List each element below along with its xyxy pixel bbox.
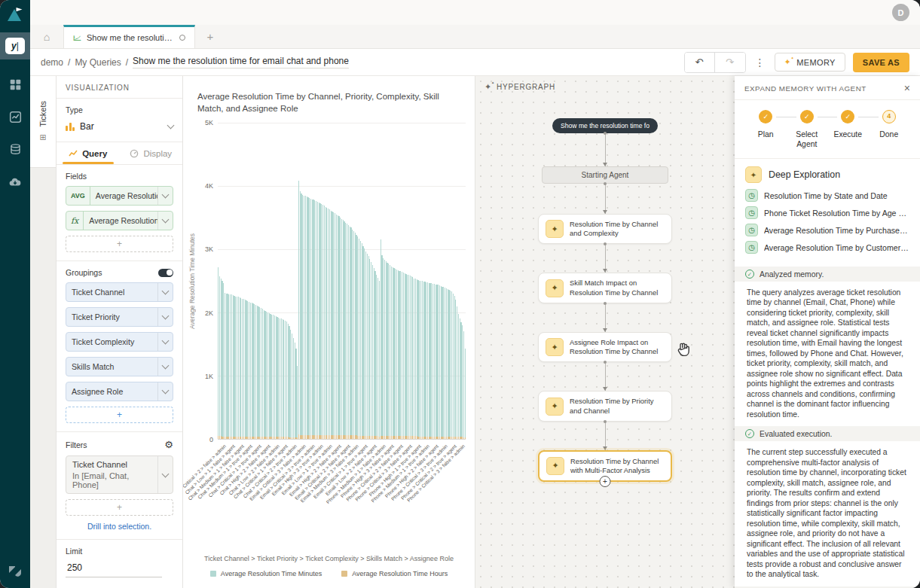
more-options-button[interactable]: ⋮ [753,56,767,69]
field-label: Average Resolution Tim... [84,212,157,230]
deep-exploration-sparkle-icon: ✦ [745,166,762,183]
database-icon[interactable] [8,142,23,157]
grouping-chip[interactable]: Ticket Complexity [66,332,173,352]
grouping-chip[interactable]: Ticket Priority [66,307,173,327]
tab-strip: ⌂ 📈︎ Show me the resolution ti... + [30,25,920,49]
y-tick-label: 1K [205,373,213,380]
tab-display[interactable]: Display [120,142,183,164]
node-sparkle-icon: ✦ [546,279,564,297]
status-analyzed-memory: ✓ Analyzed memory. [735,267,920,282]
hypergraph-node[interactable]: ✦Resolution Time by Priority and Channel [538,391,672,421]
legend-item-minutes[interactable]: Average Resolution Time Minutes [210,570,322,577]
step-check-icon: ✓ [800,110,814,123]
window-titlebar: D [30,0,920,25]
add-grouping-button[interactable]: + [66,407,173,423]
chevron-down-icon[interactable] [157,333,173,351]
add-filter-button[interactable]: + [66,499,173,516]
hypergraph-node[interactable]: ✦Resolution Time by Channel and Complexi… [538,214,672,244]
memory-button[interactable]: ✦ MEMORY [775,53,845,72]
home-tab-button[interactable]: ⌂ [30,25,63,48]
limit-section: Limit 250 [57,540,182,586]
save-as-button[interactable]: SAVE AS [853,53,909,72]
exploration-clock-icon: ◷ [745,189,758,202]
unsaved-indicator-icon[interactable] [179,35,185,41]
chevron-down-icon[interactable] [157,212,173,230]
sidebar-item-queries[interactable]: y| [0,32,30,59]
redo-button[interactable]: ↷ [715,53,745,72]
grouping-label: Assignee Role [66,382,157,401]
node-label: Resolution Time by Channel with Multi-Fa… [570,457,664,475]
queries-icon: y| [5,38,25,54]
chevron-down-icon[interactable] [157,308,173,326]
flow-connector [605,422,606,450]
filter-settings-icon[interactable]: ⚙ [164,439,173,450]
deep-exploration-row[interactable]: ✦ Deep Exploration [735,159,920,189]
add-field-button[interactable]: + [66,236,173,252]
field-chip[interactable]: AVGAverage Resolution Tim... [66,186,173,206]
chevron-down-icon[interactable] [157,283,173,301]
metrics-chart-icon[interactable] [8,110,23,124]
agent-flow: Show me the resolution time foStarting A… [533,118,677,482]
breadcrumb-folder[interactable]: My Queries [75,57,121,68]
hand-cursor-icon [674,340,692,358]
hypergraph-canvas[interactable]: ✦ HYPERGRAPH Show me the resolution time… [475,76,735,588]
prompt-node[interactable]: Show me the resolution time fo [552,118,658,133]
new-tab-button[interactable]: + [195,25,225,48]
dataset-tab-label: Tickets [38,101,47,126]
grouping-chip[interactable]: Skills Match [66,357,173,376]
tab-query[interactable]: Query [57,142,120,164]
field-chip[interactable]: fxAverage Resolution Tim... [66,211,173,230]
exploration-item[interactable]: ◷Phone Ticket Resolution Time by Age Coh… [745,206,909,219]
field-label: Average Resolution Tim... [90,187,157,205]
dashboard-grid-icon[interactable] [8,78,23,92]
hypergraph-node[interactable]: ✦Resolution Time by Channel with Multi-F… [538,450,672,482]
groupings-toggle[interactable] [158,269,173,277]
undo-button[interactable]: ↶ [685,53,715,72]
chevron-down-icon[interactable] [157,382,173,401]
bar[interactable] [465,349,466,439]
grouping-chip[interactable]: Assignee Role [66,382,173,401]
table-grid-icon: ⊞ [39,133,46,142]
visualization-header: VISUALIZATION [57,76,182,99]
chevron-down-icon[interactable] [157,187,173,205]
hypergraph-node[interactable]: ✦Assignee Role Impact on Resolution Time… [538,332,672,362]
drill-into-selection-link[interactable]: Drill into selection. [66,522,173,531]
legend-swatch-hours-icon [341,571,347,577]
chevron-down-icon[interactable] [157,358,173,376]
exploration-item[interactable]: ◷Average Resolution Time by Purchase Wee… [745,224,909,236]
step-check-icon: ✓ [841,110,854,123]
hypergraph-node[interactable]: ✦Skill Match Impact on Resolution Time b… [538,273,672,303]
close-icon[interactable]: × [904,82,910,94]
query-title-field[interactable]: Show me the resolution time for email ch… [133,56,349,69]
exploration-clock-icon: ◷ [745,241,758,254]
filter-chip[interactable]: Ticket Channel In [Email, Chat, Phone] [66,455,173,494]
legend-item-hours[interactable]: Average Resolution Time Hours [341,570,448,577]
zendesk-logo-icon[interactable] [8,564,23,577]
query-display-tabs: Query Display [57,142,182,165]
node-sparkle-icon: ✦ [546,338,564,356]
field-badge: fx [66,212,84,230]
breadcrumb-workspace[interactable]: demo [41,57,63,68]
check-circle-icon: ✓ [745,429,754,438]
chart-type-select[interactable]: Bar [66,120,173,133]
evaluation-paragraph: The current step successfully executed a… [735,443,920,583]
flow-connector [605,244,606,273]
node-label: Resolution Time by Channel and Complexit… [570,220,665,238]
exploration-item[interactable]: ◷Resolution Time by State and Date [745,189,909,202]
app-logo-icon [5,5,25,23]
grouping-chip[interactable]: Ticket Channel [66,282,173,302]
app-sidebar: y| [0,0,30,588]
bar-series[interactable] [218,123,466,439]
dataset-tab-tickets[interactable]: Tickets ⊞ [30,76,56,168]
chevron-down-icon[interactable] [157,456,173,493]
exploration-item[interactable]: ◷Average Resolution Time by Customer Age [745,241,909,254]
limit-input[interactable]: 250 [66,562,162,577]
fields-section: Fields AVGAverage Resolution Tim...fxAve… [57,165,182,261]
starting-agent-node[interactable]: Starting Agent [542,166,668,184]
add-node-button[interactable]: + [600,476,611,487]
user-avatar[interactable]: D [892,4,909,21]
cloud-download-icon[interactable] [8,175,23,189]
y-tick-label: 0 [209,436,213,443]
chart-panel: Average Resolution Time by Channel, Prio… [183,76,475,588]
tab-active-query[interactable]: 📈︎ Show me the resolution ti... [63,25,195,48]
